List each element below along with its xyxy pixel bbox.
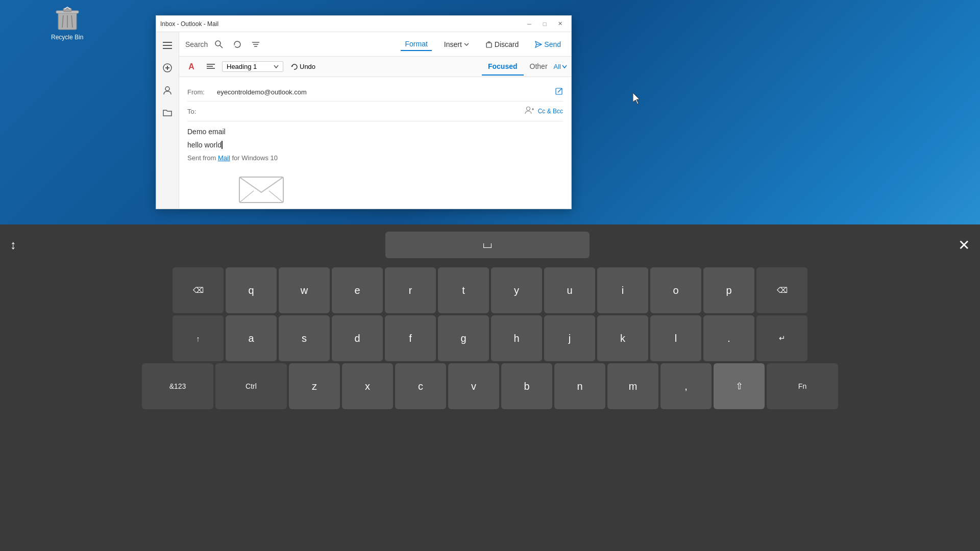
x-key[interactable]: x: [342, 363, 393, 409]
svg-line-32: [239, 191, 254, 203]
keyboard-arrows-button[interactable]: ↕: [10, 238, 16, 252]
undo-button[interactable]: Undo: [286, 61, 320, 72]
sidebar-folder-button[interactable]: [158, 104, 177, 122]
svg-rect-8: [163, 48, 172, 49]
to-label: To:: [187, 108, 213, 115]
filter-dropdown-icon: [562, 65, 567, 69]
i-key[interactable]: i: [597, 267, 648, 313]
search-area: Search: [185, 37, 397, 52]
search-label[interactable]: Search: [185, 40, 208, 48]
window-title: Inbox - Outlook - Mail: [160, 20, 522, 28]
from-label: From:: [187, 88, 213, 96]
f-key[interactable]: f: [385, 315, 436, 361]
heading-value: Heading 1: [227, 63, 270, 70]
t-key[interactable]: t: [438, 267, 489, 313]
mail-link[interactable]: Mail: [218, 154, 230, 162]
all-filter[interactable]: All: [554, 63, 567, 70]
svg-rect-7: [163, 45, 172, 46]
filter-icon: [252, 40, 260, 48]
s-key[interactable]: s: [279, 315, 330, 361]
maximize-button[interactable]: □: [537, 17, 552, 31]
sidebar-people-button[interactable]: [158, 81, 177, 99]
send-button[interactable]: Send: [531, 38, 565, 51]
main-content: Search: [179, 32, 571, 209]
svg-point-13: [215, 41, 220, 46]
keyboard-close-button[interactable]: ✕: [958, 237, 970, 254]
keyboard-area: ↕ ⌴ ✕ ⌫ q w e r t y u i o p ⌫ ↑ a s d f: [0, 224, 980, 551]
keyboard-row2: ↑ a s d f g h j k l . ↵: [4, 315, 976, 361]
format-tab[interactable]: Format: [401, 38, 431, 51]
refresh-button[interactable]: [230, 37, 244, 52]
recycle-bin-icon: [55, 5, 80, 32]
w-key[interactable]: w: [279, 267, 330, 313]
focused-tab[interactable]: Focused: [482, 58, 524, 76]
heading-select[interactable]: Heading 1: [222, 61, 283, 72]
cc-bcc-button[interactable]: Cc & Bcc: [538, 108, 563, 115]
compose-area[interactable]: From: eyecontroldemo@outlook.com To:: [179, 77, 571, 209]
p-key[interactable]: p: [703, 267, 754, 313]
o-key[interactable]: o: [650, 267, 701, 313]
recycle-bin[interactable]: Recycle Bin: [51, 5, 83, 41]
toolbar-row1: Search: [179, 32, 571, 57]
email-body[interactable]: hello world: [187, 141, 563, 149]
edit-icon[interactable]: [555, 87, 563, 97]
fn-key[interactable]: Fn: [767, 363, 838, 409]
e-key[interactable]: e: [332, 267, 383, 313]
l-key[interactable]: l: [650, 315, 701, 361]
d-key[interactable]: d: [332, 315, 383, 361]
svg-rect-18: [486, 43, 492, 47]
close-button[interactable]: ✕: [553, 17, 567, 31]
svg-line-33: [269, 191, 283, 203]
b-key[interactable]: b: [501, 363, 552, 409]
text-color-button[interactable]: A: [183, 59, 200, 75]
search-icon: [215, 40, 223, 48]
insert-button[interactable]: Insert: [440, 38, 473, 51]
numbers-key[interactable]: &123: [142, 363, 213, 409]
n-key[interactable]: n: [554, 363, 605, 409]
search-button[interactable]: [212, 37, 226, 52]
a-key[interactable]: a: [226, 315, 277, 361]
j-key[interactable]: j: [544, 315, 595, 361]
discard-button[interactable]: Discard: [481, 38, 523, 51]
period-key[interactable]: .: [703, 315, 754, 361]
other-tab[interactable]: Other: [524, 58, 554, 76]
comma-key[interactable]: ,: [660, 363, 712, 409]
sidebar-compose-button[interactable]: [158, 59, 177, 77]
sidebar-menu-button[interactable]: [158, 36, 177, 55]
shift-key[interactable]: ↑: [173, 315, 224, 361]
text-align-button[interactable]: [203, 59, 219, 75]
sidebar: [156, 32, 179, 209]
email-subject[interactable]: Demo email: [187, 128, 563, 136]
people-add-icon[interactable]: [525, 106, 534, 117]
r-key[interactable]: r: [385, 267, 436, 313]
undo-icon: [290, 63, 298, 70]
g-key[interactable]: g: [438, 315, 489, 361]
hamburger-icon: [163, 42, 172, 49]
title-bar: Inbox - Outlook - Mail ─ □ ✕: [156, 16, 571, 32]
keyboard-row3: &123 Ctrl z x c v b n m , ⇧ Fn: [4, 363, 976, 409]
backspace-left-key[interactable]: ⌫: [173, 267, 224, 313]
m-key[interactable]: m: [607, 363, 658, 409]
y-key[interactable]: y: [491, 267, 542, 313]
ctrl-key[interactable]: Ctrl: [215, 363, 287, 409]
filter-button[interactable]: [249, 37, 263, 52]
fn-arrow-key[interactable]: ⇧: [714, 363, 765, 409]
compose-body[interactable]: Demo email hello world Sent from Mail fo…: [187, 121, 563, 168]
svg-point-12: [165, 87, 169, 91]
backspace-right-key[interactable]: ⌫: [756, 267, 807, 313]
q-key[interactable]: q: [226, 267, 277, 313]
svg-rect-6: [163, 42, 172, 43]
enter-key[interactable]: ↵: [756, 315, 807, 361]
v-key[interactable]: v: [448, 363, 499, 409]
envelope-illustration: [238, 173, 284, 204]
h-key[interactable]: h: [491, 315, 542, 361]
z-key[interactable]: z: [289, 363, 340, 409]
space-bar-key[interactable]: ⌴: [385, 232, 590, 258]
from-field: From: eyecontroldemo@outlook.com: [187, 83, 563, 102]
c-key[interactable]: c: [395, 363, 446, 409]
toolbar-row2: A Heading 1 U: [179, 57, 571, 77]
k-key[interactable]: k: [597, 315, 648, 361]
svg-point-28: [526, 107, 530, 111]
minimize-button[interactable]: ─: [522, 17, 536, 31]
u-key[interactable]: u: [544, 267, 595, 313]
